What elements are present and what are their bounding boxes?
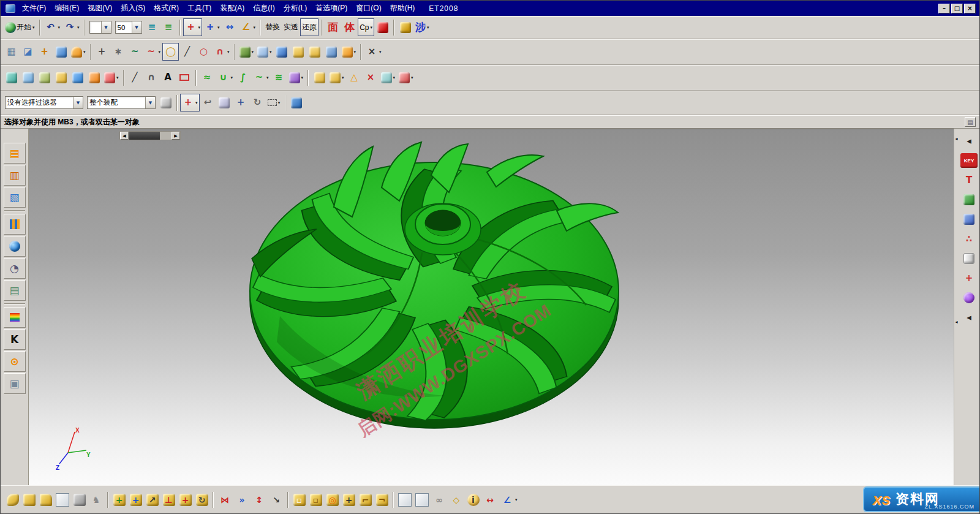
bracket-right-button[interactable]: ¬ bbox=[374, 491, 390, 508]
move-feature-dropdown-icon[interactable]: ▾ bbox=[342, 75, 344, 80]
trim-body-dropdown-icon[interactable]: ▾ bbox=[379, 50, 382, 55]
process-studio-button[interactable]: ▤ bbox=[4, 280, 26, 301]
rail-expand-button[interactable]: ◂ bbox=[960, 310, 978, 325]
intersect-curve-button[interactable]: ~▾ bbox=[251, 69, 271, 86]
project-curve-button[interactable]: ∫ bbox=[235, 69, 251, 86]
cue-dock-button[interactable]: ▤ bbox=[965, 117, 976, 127]
find-component-button[interactable] bbox=[157, 94, 174, 111]
scroll-thumb[interactable] bbox=[129, 132, 160, 140]
rectangle-button[interactable] bbox=[176, 69, 193, 86]
restore-button[interactable]: 还原 bbox=[300, 18, 318, 36]
body-select-button[interactable]: 体 bbox=[341, 18, 358, 36]
basic-line-button[interactable]: ╱ bbox=[127, 69, 143, 86]
pan-view-button[interactable]: + bbox=[233, 94, 249, 111]
selection-filter-dropdown-icon[interactable]: ▼ bbox=[73, 97, 83, 108]
snapshot-button[interactable] bbox=[71, 491, 88, 508]
rotate-view-button[interactable]: ↻ bbox=[249, 94, 266, 111]
system-visualization-button[interactable]: ▣ bbox=[4, 373, 26, 394]
patch-body-dropdown-icon[interactable]: ▾ bbox=[393, 75, 396, 80]
redo-button[interactable]: ↷▾ bbox=[62, 18, 81, 36]
part-navigator-button[interactable]: ▧ bbox=[4, 187, 26, 208]
sketch-button[interactable]: ▦ bbox=[3, 43, 20, 61]
menu-assemblies[interactable]: 装配(A) bbox=[216, 1, 249, 16]
history-button[interactable]: ◔ bbox=[4, 258, 26, 279]
wave-link-button[interactable] bbox=[396, 491, 413, 508]
spline-button[interactable]: ~ bbox=[127, 43, 143, 61]
selection-filter-select[interactable]: 没有选择过滤器▼ bbox=[5, 96, 83, 109]
work-layer-dropdown-icon[interactable]: ▼ bbox=[132, 21, 141, 33]
redo-dropdown-icon[interactable]: ▾ bbox=[77, 25, 80, 30]
rect-select-dropdown-icon[interactable]: ▾ bbox=[278, 100, 281, 105]
minimize-button[interactable]: – bbox=[938, 4, 950, 13]
orient-view-dropdown-icon[interactable]: ▾ bbox=[198, 25, 201, 30]
datum-csys-button[interactable]: + bbox=[36, 43, 53, 61]
orient-undo-button[interactable]: ↩ bbox=[200, 94, 216, 111]
revolve-button[interactable]: ▾ bbox=[69, 43, 88, 61]
rail-collapse-button[interactable]: ◂ bbox=[960, 134, 978, 148]
wade-button[interactable]: 涉▾ bbox=[413, 18, 431, 36]
block-button[interactable]: ▾ bbox=[255, 43, 274, 61]
scroll-right-button[interactable]: ▶ bbox=[172, 132, 180, 140]
scroll-track[interactable] bbox=[129, 132, 172, 140]
blue-component-button[interactable] bbox=[960, 212, 978, 227]
weld-joint-button[interactable]: + bbox=[341, 491, 357, 508]
extrude-button[interactable] bbox=[53, 43, 69, 61]
assembly-measure-button[interactable]: ∠▾ bbox=[499, 491, 519, 508]
shape-library-button[interactable]: ♞ bbox=[88, 491, 105, 508]
white-cylinder-button[interactable] bbox=[960, 251, 978, 266]
wave-interpart-button[interactable] bbox=[413, 491, 431, 508]
mate-component-button[interactable]: + bbox=[177, 491, 194, 508]
menu-window[interactable]: 窗口(O) bbox=[352, 1, 385, 16]
menu-analysis[interactable]: 分析(L) bbox=[279, 1, 312, 16]
copy-display-dropdown-icon[interactable]: ▾ bbox=[371, 25, 373, 30]
join-curve-dropdown-icon[interactable]: ▾ bbox=[231, 75, 233, 80]
add-component-button[interactable]: + bbox=[111, 491, 127, 508]
section-surface-button[interactable] bbox=[86, 69, 102, 86]
graphics-window[interactable]: ◀ ▶ bbox=[29, 129, 954, 485]
attributes-info-button[interactable]: i bbox=[465, 491, 481, 508]
translucency-button[interactable]: 实透 bbox=[282, 18, 300, 36]
through-mesh-button[interactable] bbox=[36, 69, 53, 86]
yellow-block-button[interactable] bbox=[397, 18, 413, 36]
selection-scope-dropdown-icon[interactable]: ▼ bbox=[145, 97, 155, 108]
center-distance-button[interactable]: ↔ bbox=[481, 491, 499, 508]
close-button[interactable]: × bbox=[964, 4, 976, 13]
circle-button[interactable]: ○ bbox=[195, 43, 212, 61]
wade-dropdown-icon[interactable]: ▾ bbox=[427, 25, 429, 30]
pane-splitter[interactable]: ◂ ◂ bbox=[954, 129, 959, 485]
constraint-navigator-button[interactable]: ▥ bbox=[4, 165, 26, 186]
bounded-plane-button[interactable] bbox=[323, 43, 340, 61]
trim-body-button[interactable]: ×▾ bbox=[364, 43, 383, 61]
sheet-ruled-button[interactable] bbox=[307, 43, 323, 61]
impeller-hub[interactable] bbox=[405, 203, 481, 255]
web-browser-button[interactable] bbox=[4, 236, 26, 257]
viewport-scrollbar[interactable]: ◀ ▶ bbox=[119, 131, 181, 140]
menu-tools[interactable]: 工具(T) bbox=[183, 1, 216, 16]
work-layer-select[interactable]: 50▼ bbox=[115, 21, 142, 34]
linked-body-button[interactable] bbox=[37, 491, 54, 508]
menu-edit[interactable]: 编辑(E) bbox=[50, 1, 83, 16]
layer-category-button[interactable]: ≡ bbox=[160, 18, 177, 36]
point-set-button[interactable]: ∗ bbox=[110, 43, 127, 61]
curve-chain-button[interactable]: ◯ bbox=[162, 43, 179, 61]
profile-button[interactable]: ≈ bbox=[199, 69, 216, 86]
snap-toggle-button[interactable]: +▾ bbox=[180, 94, 200, 111]
reuse-library-button[interactable] bbox=[4, 214, 26, 235]
text-button[interactable]: A bbox=[160, 69, 176, 86]
palette-button[interactable] bbox=[4, 307, 26, 328]
sheet-sweep-button[interactable] bbox=[290, 43, 307, 61]
helix-button[interactable]: ▾ bbox=[287, 69, 306, 86]
thicken-dropdown-icon[interactable]: ▾ bbox=[354, 50, 356, 55]
shaded-display-button[interactable] bbox=[288, 94, 305, 111]
measure-distance-button[interactable]: ↔ bbox=[222, 18, 238, 36]
assembly-measure-dropdown-icon[interactable]: ▾ bbox=[515, 497, 518, 502]
menu-view[interactable]: 视图(V) bbox=[83, 1, 116, 16]
snap-point-dropdown-icon[interactable]: ▾ bbox=[217, 25, 220, 30]
menu-preferences[interactable]: 首选项(P) bbox=[311, 1, 352, 16]
bracket-left-button[interactable]: ⌐ bbox=[357, 491, 374, 508]
splitter-arrow-bottom-icon[interactable]: ◂ bbox=[955, 319, 957, 325]
n-sided-surface-button[interactable] bbox=[69, 69, 86, 86]
basic-arc-button[interactable]: ∩ bbox=[143, 69, 160, 86]
datum-plane-button[interactable]: ◪ bbox=[20, 43, 36, 61]
assembly-navigator-button[interactable]: ▤ bbox=[4, 143, 26, 164]
